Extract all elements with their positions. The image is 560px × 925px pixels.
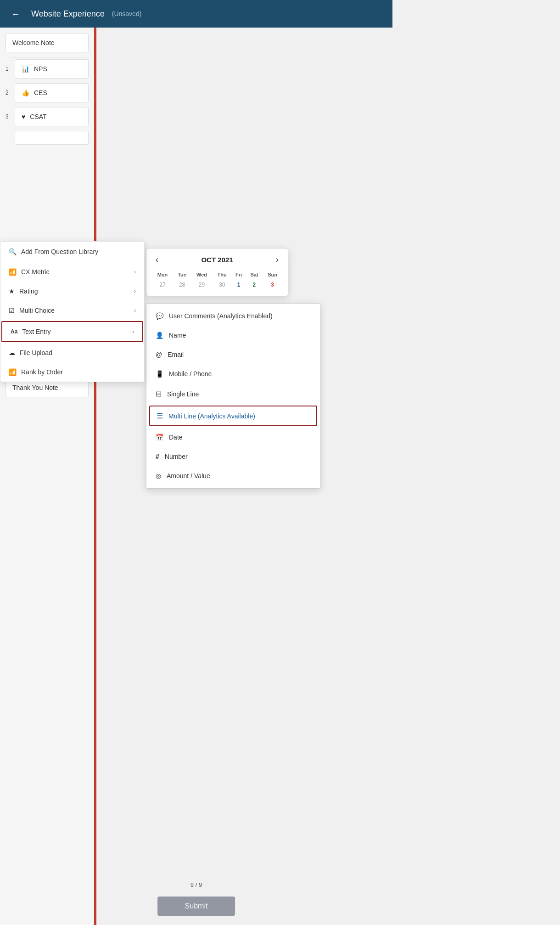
main-area: Welcome Note 1 📊 NPS 2 👍 CES 3 ♥ CSAT [0, 28, 392, 925]
calendar-next-button[interactable]: › [272, 254, 282, 265]
welcome-note-card[interactable]: Welcome Note [6, 33, 89, 52]
cal-day-27[interactable]: 27 [152, 279, 173, 290]
cx-metric-label: CX Metric [21, 268, 49, 276]
nps-card[interactable]: 📊 NPS [15, 59, 89, 79]
header: ← Website Experience (Unsaved) [0, 0, 392, 28]
text-entry-label: Text Entry [22, 328, 50, 335]
dropdown-rank-by-order[interactable]: 📶 Rank by Order [0, 362, 144, 382]
cal-tue: Tue [173, 270, 191, 279]
mobile-label: Mobile / Phone [169, 370, 212, 378]
submenu-user-comments[interactable]: 💬 User Comments (Analytics Enabled) [146, 306, 320, 326]
extra-number [6, 131, 12, 137]
mobile-icon: 📱 [156, 370, 163, 378]
submenu-number[interactable]: # Number [146, 447, 320, 466]
ces-label: CES [34, 89, 47, 96]
cal-day-28[interactable]: 28 [173, 279, 191, 290]
submenu-date[interactable]: 📅 Date [146, 428, 320, 447]
search-row[interactable]: 🔍 Add From Question Library [0, 242, 144, 262]
text-entry-icon: Aa [11, 328, 17, 335]
rating-label: Rating [19, 288, 38, 295]
calendar-grid: Mon Tue Wed Thu Fri Sat Sun 27 28 29 30 … [152, 270, 282, 290]
ces-row: 2 👍 CES [6, 83, 89, 102]
calendar-row: 27 28 29 30 1 2 3 [152, 279, 282, 290]
multi-line-label: Multi Line (Analytics Available) [168, 412, 255, 420]
dropdown-file-upload[interactable]: ☁ File Upload [0, 343, 144, 362]
unsaved-status: (Unsaved) [112, 10, 142, 17]
extra-card[interactable] [15, 131, 89, 145]
csat-card[interactable]: ♥ CSAT [15, 107, 89, 126]
back-button[interactable]: ← [7, 7, 24, 21]
cal-fri: Fri [232, 270, 246, 279]
multi-line-icon: ☰ [157, 412, 163, 420]
submit-button[interactable]: Submit [157, 897, 235, 916]
email-icon: @ [156, 351, 162, 358]
cal-day-1[interactable]: 1 [232, 279, 246, 290]
user-comments-icon: 💬 [156, 312, 163, 320]
user-comments-label: User Comments (Analytics Enabled) [169, 312, 273, 320]
submenu-mobile[interactable]: 📱 Mobile / Phone [146, 364, 320, 384]
thank-you-note-label: Thank You Note [12, 384, 58, 391]
search-label: Add From Question Library [21, 248, 98, 255]
ces-number: 2 [6, 83, 12, 96]
multi-choice-label: Multi Choice [19, 307, 55, 314]
csat-icon: ♥ [22, 113, 25, 120]
single-line-label: Single Line [167, 390, 199, 398]
number-icon: # [156, 453, 159, 460]
dropdown-text-entry[interactable]: Aa Text Entry › [1, 321, 143, 342]
nps-row: 1 📊 NPS [6, 59, 89, 79]
cal-sat: Sat [246, 270, 263, 279]
submenu-amount[interactable]: ◎ Amount / Value [146, 466, 320, 485]
name-label: Name [169, 332, 186, 339]
rating-icon: ★ [9, 288, 15, 295]
ces-card[interactable]: 👍 CES [15, 83, 89, 102]
cx-metric-chevron: › [134, 269, 136, 275]
dropdown-left-menu: 🔍 Add From Question Library 📶 CX Metric … [0, 241, 145, 382]
cx-metric-icon: 📶 [9, 268, 17, 276]
date-label: Date [169, 434, 183, 441]
submenu-name[interactable]: 👤 Name [146, 326, 320, 345]
csat-number: 3 [6, 107, 12, 120]
sidebar: Welcome Note 1 📊 NPS 2 👍 CES 3 ♥ CSAT [0, 28, 94, 925]
cal-wed: Wed [191, 270, 213, 279]
cal-day-30[interactable]: 30 [213, 279, 232, 290]
ces-icon: 👍 [22, 89, 29, 96]
text-entry-submenu: 💬 User Comments (Analytics Enabled) 👤 Na… [146, 303, 320, 489]
calendar-popup: ‹ OCT 2021 › Mon Tue Wed Thu Fri Sat Sun… [146, 248, 288, 296]
csat-label: CSAT [30, 113, 46, 120]
calendar-title: OCT 2021 [201, 256, 233, 264]
multi-choice-icon: ☑ [9, 307, 15, 314]
file-upload-label: File Upload [20, 349, 52, 356]
csat-row: 3 ♥ CSAT [6, 107, 89, 126]
calendar-header: ‹ OCT 2021 › [152, 254, 282, 265]
dropdown-cx-metric[interactable]: 📶 CX Metric › [0, 262, 144, 282]
submenu-email[interactable]: @ Email [146, 345, 320, 364]
single-line-icon: ⊟ [156, 389, 162, 398]
name-icon: 👤 [156, 332, 163, 339]
rank-icon: 📶 [9, 368, 17, 376]
text-entry-chevron: › [132, 328, 134, 335]
red-accent-line [94, 28, 96, 925]
search-icon: 🔍 [9, 248, 17, 255]
amount-label: Amount / Value [167, 472, 210, 479]
nps-icon: 📊 [22, 65, 29, 73]
dropdown-rating[interactable]: ★ Rating › [0, 282, 144, 301]
submenu-single-line[interactable]: ⊟ Single Line [146, 384, 320, 404]
rating-chevron: › [134, 288, 136, 294]
cal-day-3[interactable]: 3 [263, 279, 282, 290]
nps-number: 1 [6, 59, 12, 72]
page-title: Website Experience [31, 9, 105, 19]
date-icon: 📅 [156, 434, 163, 441]
cal-sun: Sun [263, 270, 282, 279]
submenu-multi-line[interactable]: ☰ Multi Line (Analytics Available) [149, 406, 317, 426]
cal-mon: Mon [152, 270, 173, 279]
cal-day-2[interactable]: 2 [246, 279, 263, 290]
multi-choice-chevron: › [134, 307, 136, 314]
page-counter: 9 / 9 [190, 881, 202, 888]
calendar-prev-button[interactable]: ‹ [152, 254, 162, 265]
cal-thu: Thu [213, 270, 232, 279]
amount-icon: ◎ [156, 472, 161, 479]
file-upload-icon: ☁ [9, 349, 15, 356]
number-label: Number [165, 453, 188, 460]
cal-day-29[interactable]: 29 [191, 279, 213, 290]
dropdown-multi-choice[interactable]: ☑ Multi Choice › [0, 301, 144, 320]
